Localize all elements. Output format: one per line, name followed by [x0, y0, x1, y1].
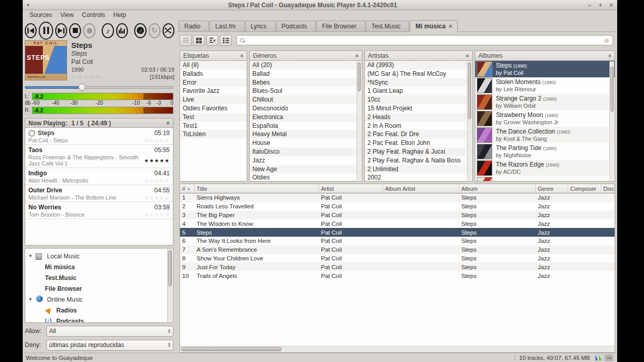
- genero-item[interactable]: Ballad: [250, 70, 362, 78]
- etiqueta-item[interactable]: Test1: [180, 122, 247, 130]
- genero-item[interactable]: ItaloDisco: [250, 147, 362, 156]
- expander-icon[interactable]: ▼: [28, 254, 36, 258]
- window-menu-icon[interactable]: ▾: [27, 2, 37, 8]
- expander-icon[interactable]: ▼: [28, 297, 36, 302]
- etiqueta-item[interactable]: Favorite Jazz: [180, 87, 247, 95]
- next-button[interactable]: [55, 23, 67, 38]
- stop-button[interactable]: [69, 23, 81, 38]
- album-item[interactable]: The Dance Collection (1990) by Kool & Th…: [475, 127, 615, 143]
- smart-play-button[interactable]: ♪: [134, 23, 146, 38]
- playlist-track-rating[interactable]: ☆☆☆☆☆: [144, 195, 170, 201]
- genero-item[interactable]: Desconocido: [250, 104, 362, 113]
- menu-item[interactable]: Help: [110, 11, 130, 19]
- tree-item[interactable]: ▼ Podcasts: [25, 316, 173, 323]
- album-item[interactable]: The Shape of Jazz to Come (1990): [475, 176, 615, 181]
- tab[interactable]: Test.Music: [366, 21, 410, 31]
- playlist-track-row[interactable]: Taos 05:55 Russ Freeman & The Rippington…: [25, 145, 173, 168]
- tree-item[interactable]: ▼ Test.Music: [25, 272, 173, 283]
- table-row[interactable]: 8 Show Your Children Love Pat Coil Steps…: [180, 254, 615, 263]
- genero-item[interactable]: Jazz: [250, 156, 362, 165]
- tab[interactable]: Lyrics: [245, 21, 276, 31]
- tab[interactable]: Radio: [179, 21, 209, 31]
- album-item[interactable]: Strawberry Moon (1990) by Grover Washing…: [475, 110, 615, 127]
- titlebar[interactable]: ▾ Steps / Pat Coil - Guayadeque Music Pl…: [23, 0, 617, 10]
- tab[interactable]: File Browser: [316, 21, 365, 31]
- table-row[interactable]: 6 The Way It Looks from Here Pat Coil St…: [180, 237, 615, 245]
- etiqueta-item[interactable]: ToListen: [180, 130, 247, 139]
- playlist-track-rating[interactable]: ☆☆☆☆☆: [144, 212, 170, 218]
- generos-scrollbar[interactable]: [357, 61, 361, 180]
- panel-generos-header[interactable]: Géneros ×: [250, 51, 362, 61]
- artista-item[interactable]: 2 Unlimited: [365, 165, 472, 174]
- panel-etiquetas-header[interactable]: Etiquetas ×: [180, 51, 247, 61]
- etiqueta-item[interactable]: Error: [180, 78, 247, 87]
- panel-close-icon[interactable]: ×: [240, 53, 244, 59]
- column-header-disc[interactable]: Disc: [601, 184, 615, 193]
- table-row[interactable]: 3 The Big Paper Pat Coil Steps Jazz: [180, 211, 615, 220]
- artista-item[interactable]: 1 Giant Leap: [365, 87, 472, 95]
- genero-item[interactable]: All (20): [250, 61, 362, 70]
- album-item[interactable]: Strange Cargo 2 (1990) by William Orbit: [475, 94, 615, 110]
- tree-item[interactable]: ▼ Radios: [25, 305, 173, 316]
- playlist-track-rating[interactable]: ★★★★★: [144, 158, 170, 163]
- panel-albumes-header[interactable]: Albumes ×: [475, 51, 615, 61]
- artista-item[interactable]: 2 Pac Feat. Dr Dre: [365, 130, 472, 139]
- column-header-genre[interactable]: Genre: [536, 184, 568, 193]
- search-box[interactable]: ⊗: [236, 35, 613, 45]
- genero-item[interactable]: Electronica: [250, 113, 362, 122]
- view-grid-icon[interactable]: [193, 35, 205, 46]
- album-item[interactable]: The Parting Tide (1990) by NightNoise: [475, 143, 615, 160]
- genero-item[interactable]: Chillout: [250, 95, 362, 104]
- etiqueta-item[interactable]: Test: [180, 113, 247, 122]
- shuffle-button[interactable]: [163, 23, 174, 38]
- playlist-track-rating[interactable]: ☆☆☆☆☆: [144, 178, 170, 184]
- artista-item[interactable]: 2002: [365, 173, 472, 181]
- menu-item[interactable]: Sources: [26, 11, 56, 19]
- playlist-track-row[interactable]: No Worries 03:59 Tom Braxton - Bounce ☆☆…: [25, 202, 173, 219]
- minimize-button[interactable]: –: [588, 2, 591, 9]
- tree-item[interactable]: ▼ File Browser: [25, 283, 173, 294]
- album-item[interactable]: Stolen Moments (1990) by Lee Ritenour: [475, 77, 615, 94]
- etiqueta-item[interactable]: Oldies Favorites: [180, 104, 247, 113]
- deny-select[interactable]: últimas pistas reproducidas ▲▼: [46, 340, 173, 351]
- table-row[interactable]: 5 Steps Pat Coil Steps Jazz: [180, 228, 615, 237]
- table-row[interactable]: 2 Roads Less Travelled Pat Coil Steps Ja…: [180, 202, 615, 211]
- album-item[interactable]: Steps (1990) by Pat Coil: [475, 61, 615, 77]
- view-filter-icon[interactable]: [206, 35, 218, 46]
- close-button[interactable]: ×: [609, 2, 613, 9]
- albumes-scrollbar[interactable]: [609, 61, 614, 180]
- view-detail-icon[interactable]: [220, 35, 232, 46]
- artista-item[interactable]: 2 Play Feat. Raghav & Naila Boss: [365, 156, 472, 165]
- genero-item[interactable]: New Age: [250, 165, 362, 174]
- artista-item[interactable]: 2 Play Feat. Raghav & Jucxi: [365, 147, 472, 156]
- column-header-title[interactable]: Title: [195, 184, 319, 193]
- clear-search-icon[interactable]: ⊗: [604, 37, 609, 44]
- etiqueta-item[interactable]: Live: [180, 95, 247, 104]
- view-list-icon[interactable]: [180, 35, 191, 46]
- allow-select[interactable]: All ▲▼: [46, 326, 173, 337]
- column-header-num[interactable]: #▲: [180, 184, 195, 193]
- playlist-track-row[interactable]: Steps 05:19 Pat Coil - Steps ☆☆☆☆☆: [25, 128, 173, 145]
- equalizer-button[interactable]: [116, 23, 128, 38]
- panel-close-icon[interactable]: ×: [356, 53, 359, 59]
- artistas-scrollbar[interactable]: [467, 61, 472, 180]
- menu-item[interactable]: View: [57, 11, 77, 19]
- tab[interactable]: Mi música ×: [410, 20, 458, 32]
- column-header-artist[interactable]: Artist: [319, 184, 383, 193]
- column-header-composer[interactable]: Composer: [568, 184, 601, 193]
- panel-close-icon[interactable]: ×: [466, 53, 469, 59]
- genero-item[interactable]: House: [250, 139, 362, 147]
- audioscrobble-icon[interactable]: [595, 354, 602, 361]
- playlist-track-rating[interactable]: ☆☆☆☆☆: [144, 138, 170, 143]
- table-row[interactable]: 7 A Son's Remembrance Pat Coil Steps Jaz…: [180, 245, 615, 254]
- record-button[interactable]: [83, 23, 95, 38]
- tab[interactable]: Podcasts: [276, 21, 316, 31]
- artista-item[interactable]: 2 Heads: [365, 113, 472, 122]
- etiqueta-item[interactable]: Ballads: [180, 70, 247, 78]
- search-input[interactable]: [247, 37, 601, 44]
- current-track-rating[interactable]: ☆☆☆☆☆: [71, 74, 102, 80]
- genero-item[interactable]: Heavy Metal: [250, 130, 362, 139]
- os-badge[interactable]: os: [605, 355, 613, 361]
- artista-item[interactable]: (MC Sar &) The Real McCoy: [365, 70, 472, 78]
- genero-item[interactable]: Oldies: [250, 173, 362, 181]
